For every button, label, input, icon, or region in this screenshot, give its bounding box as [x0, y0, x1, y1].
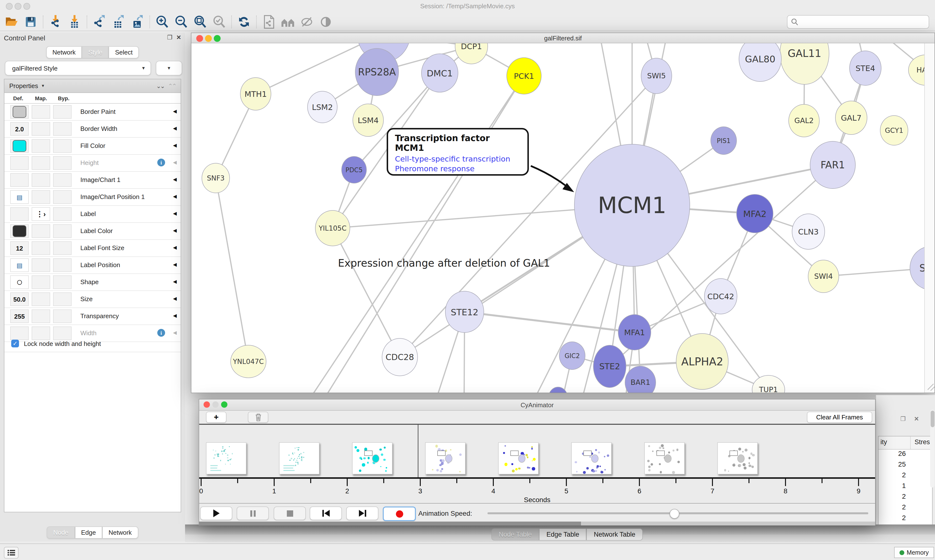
network-node-dmc1[interactable]: DMC1 — [421, 54, 458, 92]
network-node-mcm1[interactable]: MCM1 — [574, 144, 690, 267]
color-swatch[interactable] — [13, 225, 26, 237]
animation-frame-6[interactable] — [644, 442, 685, 474]
scrollbar-thumb[interactable] — [199, 522, 581, 525]
expand-property-icon[interactable]: ◀ — [173, 330, 177, 335]
property-row-border-paint[interactable]: Border Paint◀ — [5, 104, 181, 121]
memory-button[interactable]: Memory — [894, 547, 934, 558]
network-node-lsm2[interactable]: LSM2 — [307, 91, 338, 123]
zoom-in-icon[interactable] — [155, 14, 170, 29]
table-row[interactable]: 2 — [878, 492, 932, 503]
expand-property-icon[interactable]: ◀ — [173, 177, 177, 182]
column-header-radiality[interactable]: ity — [878, 437, 911, 449]
export-network-icon[interactable] — [92, 14, 106, 29]
timeline-playhead[interactable] — [418, 425, 418, 478]
open-session-icon[interactable] — [5, 14, 19, 29]
network-node-pck1[interactable]: PCK1 — [506, 57, 542, 94]
property-row-height[interactable]: Height◀i — [5, 155, 181, 172]
expand-property-icon[interactable]: ◀ — [173, 211, 177, 216]
clear-all-frames-button[interactable]: Clear All Frames — [807, 412, 872, 423]
network-node-far1[interactable]: FAR1 — [810, 141, 856, 189]
annotation-link-2[interactable]: Pheromone response — [395, 165, 521, 173]
network-node-swi5[interactable]: SWI5 — [641, 58, 672, 94]
expand-property-icon[interactable]: ◀ — [173, 143, 177, 148]
tab-style[interactable]: Style — [82, 46, 109, 58]
import-network-icon[interactable] — [48, 14, 63, 29]
network-node-ynl047c[interactable]: YNL047C — [230, 345, 266, 378]
search-input[interactable] — [787, 15, 929, 28]
show-panels-button[interactable] — [4, 547, 19, 558]
table-row[interactable]: 26 — [878, 449, 932, 460]
expand-property-icon[interactable]: ◀ — [173, 245, 177, 250]
annotation-link-1[interactable]: Cell-type-specific transcription — [395, 155, 521, 163]
property-row-size[interactable]: 50.0Size◀ — [5, 291, 181, 308]
cyanimator-hscrollbar[interactable] — [199, 522, 875, 525]
expand-property-icon[interactable]: ◀ — [173, 160, 177, 165]
tab-network-table[interactable]: Network Table — [586, 528, 643, 540]
network-node-ste4[interactable]: STE4 — [849, 51, 881, 86]
export-image-icon[interactable] — [130, 14, 145, 29]
property-row-transparency[interactable]: 255Transparency◀ — [5, 308, 181, 325]
canvas-text-annotation[interactable]: Expression change after deletion of GAL1 — [338, 257, 550, 269]
table-row[interactable]: 2 — [878, 514, 932, 525]
info-icon[interactable]: i — [157, 158, 165, 166]
animation-frame-0[interactable] — [206, 442, 247, 474]
network-node-cln3[interactable]: CLN3 — [792, 214, 825, 249]
property-row-image-chart-position-1[interactable]: ▤Image/Chart Position 1◀ — [5, 189, 181, 206]
resize-grip-icon[interactable] — [925, 43, 935, 392]
table-row[interactable]: 2 — [878, 471, 932, 482]
style-selector-dropdown[interactable]: galFiltered Style ▼ — [5, 61, 151, 75]
network-node-gcy1[interactable]: GCY1 — [880, 115, 908, 146]
float-panel-icon[interactable]: ❐ — [167, 34, 173, 41]
table-row[interactable]: 1 — [878, 482, 932, 492]
group-nodes-icon[interactable] — [281, 14, 295, 29]
close-panel-icon[interactable]: ✕ — [176, 34, 181, 41]
expand-property-icon[interactable]: ◀ — [173, 228, 177, 233]
color-swatch[interactable] — [13, 106, 26, 118]
network-node-mfa2[interactable]: MFA2 — [736, 194, 773, 233]
network-node-cdc42[interactable]: CDC42 — [704, 278, 737, 314]
lock-checkbox[interactable]: ✓ — [11, 340, 19, 348]
timeline-ruler[interactable] — [199, 477, 875, 479]
property-row-image-chart-1[interactable]: Image/Chart 1◀ — [5, 172, 181, 189]
add-frame-button[interactable]: + — [206, 412, 227, 423]
network-node-alpha2[interactable]: ALPHA2 — [676, 333, 728, 390]
table-row[interactable]: 25 — [878, 460, 932, 471]
scrollbar-thumb[interactable] — [930, 411, 934, 427]
skip-to-end-button[interactable] — [346, 506, 378, 520]
annotation-doc-icon[interactable] — [262, 14, 276, 29]
network-node-lsm4[interactable]: LSM4 — [353, 104, 384, 137]
column-header-stress[interactable]: Stres — [911, 437, 932, 449]
expand-property-icon[interactable]: ◀ — [173, 279, 177, 284]
network-node-mfa1[interactable]: MFA1 — [618, 314, 651, 350]
expand-all-icon[interactable]: ⌄⌄ — [156, 83, 164, 89]
animation-frame-3[interactable] — [425, 442, 466, 474]
color-swatch[interactable] — [13, 140, 26, 152]
zoom-selected-icon[interactable] — [212, 14, 227, 29]
property-row-label-position[interactable]: ▤Label Position◀ — [5, 257, 181, 274]
animation-frame-5[interactable] — [571, 442, 612, 474]
apply-layout-icon[interactable] — [237, 14, 251, 29]
tab-network[interactable]: Network — [46, 46, 82, 58]
import-table-icon[interactable] — [67, 14, 82, 29]
expand-property-icon[interactable]: ◀ — [173, 296, 177, 301]
property-row-label-font-size[interactable]: 12Label Font Size◀ — [5, 240, 181, 257]
properties-header[interactable]: Properties ▼ ⌄⌄ ⌃⌃ — [5, 79, 181, 93]
close-panel-icon[interactable]: ✕ — [914, 415, 919, 422]
table-scrollbar[interactable] — [930, 410, 935, 488]
expand-property-icon[interactable]: ◀ — [173, 194, 177, 199]
tab-network[interactable]: Network — [102, 526, 138, 538]
cyanimator-titlebar[interactable]: CyAnimator — [199, 400, 875, 411]
network-node-swi4[interactable]: SWI4 — [808, 260, 839, 293]
stop-button[interactable] — [274, 506, 306, 520]
graphics-details-icon[interactable] — [318, 14, 333, 29]
animation-frame-2[interactable] — [352, 442, 392, 474]
collapse-all-icon[interactable]: ⌃⌃ — [168, 83, 176, 89]
network-window-titlebar[interactable]: galFiltered.sif — [191, 33, 935, 43]
network-node-rps28a[interactable]: RPS28A — [355, 48, 399, 96]
animation-frame-1[interactable] — [279, 442, 319, 474]
zoom-fit-icon[interactable] — [193, 14, 207, 29]
skip-to-start-button[interactable] — [310, 506, 342, 520]
animation-frame-7[interactable] — [717, 442, 758, 474]
network-canvas[interactable]: RPS28BGAL11DCP1DMC1RPS28APCK1SWI5GAL80ST… — [191, 43, 925, 392]
network-node-mth1[interactable]: MTH1 — [240, 77, 271, 111]
